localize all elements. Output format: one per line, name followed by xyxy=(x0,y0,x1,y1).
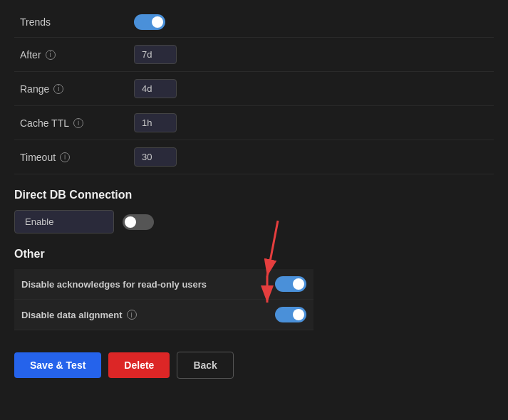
toggle-track xyxy=(134,14,165,30)
toggle-thumb xyxy=(293,278,304,290)
row-label: Range xyxy=(20,83,49,95)
info-icon[interactable]: i xyxy=(53,84,63,94)
settings-row: Rangei xyxy=(14,72,494,106)
other-title: Other xyxy=(14,248,494,261)
other-row: Disable acknowledges for read-only users xyxy=(14,269,313,300)
other-toggle-1[interactable] xyxy=(275,307,306,322)
toggle-track xyxy=(275,276,306,292)
settings-row: Trends xyxy=(14,7,494,38)
enable-row: Enable xyxy=(14,210,494,233)
after-input[interactable] xyxy=(134,45,177,64)
toggle-track xyxy=(275,307,306,322)
direct-db-section: Direct DB Connection Enable xyxy=(14,189,494,233)
row-label: Cache TTL xyxy=(20,117,69,129)
timeout-input[interactable] xyxy=(134,147,177,167)
other-item-label: Disable data alignment xyxy=(21,310,123,320)
other-toggle-0[interactable] xyxy=(275,276,306,292)
info-icon[interactable]: i xyxy=(73,118,83,128)
settings-row: Afteri xyxy=(14,38,494,72)
row-label: Timeout xyxy=(20,152,56,163)
db-enable-toggle[interactable] xyxy=(123,214,154,230)
other-row: Disable data alignmenti xyxy=(14,300,313,330)
button-row: Save & Test Delete Back xyxy=(14,352,494,379)
save-test-button[interactable]: Save & Test xyxy=(14,352,101,378)
direct-db-title: Direct DB Connection xyxy=(14,189,494,201)
range-input[interactable] xyxy=(134,79,177,98)
enable-label: Enable xyxy=(14,210,114,233)
other-section: Other Disable acknowledges for read-only… xyxy=(14,248,494,330)
row-label: After xyxy=(20,49,41,61)
settings-row: Timeouti xyxy=(14,140,494,174)
info-icon[interactable]: i xyxy=(46,50,56,60)
trends-toggle[interactable] xyxy=(134,14,165,30)
db-toggle-thumb xyxy=(125,216,136,228)
back-button[interactable]: Back xyxy=(177,352,233,379)
db-toggle-track xyxy=(123,214,154,230)
row-label: Trends xyxy=(20,16,51,28)
info-icon[interactable]: i xyxy=(60,152,70,162)
other-item-label: Disable acknowledges for read-only users xyxy=(21,279,207,290)
cache-ttl-input[interactable] xyxy=(134,113,177,132)
info-icon[interactable]: i xyxy=(127,310,137,320)
settings-table: TrendsAfteriRangeiCache TTLiTimeouti xyxy=(14,7,494,174)
toggle-thumb xyxy=(152,16,163,28)
other-table: Disable acknowledges for read-only users… xyxy=(14,269,313,330)
delete-button[interactable]: Delete xyxy=(108,352,170,378)
settings-row: Cache TTLi xyxy=(14,106,494,140)
toggle-thumb xyxy=(293,309,304,320)
